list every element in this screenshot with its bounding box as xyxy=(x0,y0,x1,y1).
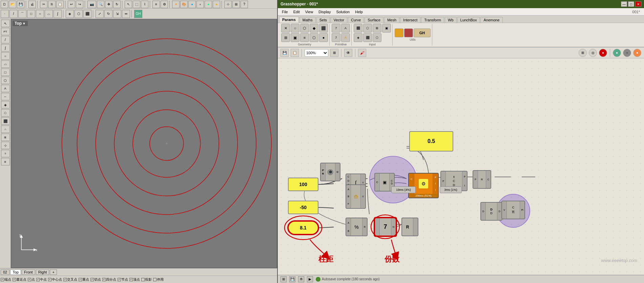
lv-array[interactable]: ⊞ xyxy=(1,134,10,141)
lv-layer[interactable]: ≡ xyxy=(1,158,10,165)
gh-zoom-select[interactable]: 100% 50% 75% 150% 200% xyxy=(305,49,328,57)
tab-right[interactable]: Right xyxy=(36,269,49,275)
tab-add[interactable]: + xyxy=(50,269,57,275)
lv-text[interactable]: A xyxy=(1,85,10,92)
lv-boolean[interactable]: ∩ xyxy=(1,125,10,133)
gh-status-icon4[interactable]: ▶ xyxy=(307,276,313,282)
snap-btn[interactable]: ⊹ xyxy=(224,1,232,8)
status-osnap-quad[interactable]: 四分点 xyxy=(102,277,116,282)
lv-select[interactable]: ↖ xyxy=(1,20,10,27)
gh-preview-btn[interactable]: 👁 xyxy=(344,49,352,57)
gh-minimize-btn[interactable]: — xyxy=(621,1,627,7)
curve-btn[interactable]: ∫ xyxy=(54,10,62,18)
gh-tab-curve[interactable]: Curve xyxy=(348,17,364,23)
status-osnap-point[interactable]: 点 xyxy=(28,277,35,282)
ribbon-geo-btn2[interactable]: ○ xyxy=(291,24,299,33)
render5-btn[interactable]: ● xyxy=(213,1,220,8)
ribbon-input-btn1[interactable]: ⬛ xyxy=(354,24,362,33)
gh-menu-help[interactable]: Help xyxy=(352,9,366,15)
gh-tab-intersect[interactable]: Intersect xyxy=(400,17,420,23)
gh-right-icon4[interactable]: ● xyxy=(613,49,621,57)
light-btn[interactable]: ☀ xyxy=(172,1,180,8)
circle-btn[interactable]: ○ xyxy=(36,10,44,18)
gh-menu-file[interactable]: File xyxy=(279,9,291,15)
ribbon-util-btn3[interactable]: GH xyxy=(414,28,431,37)
gh-fit-btn[interactable]: ⊞ xyxy=(330,49,338,57)
status-osnap-tan[interactable]: 切点 xyxy=(90,277,101,282)
gh-status-icon1[interactable]: ⊞ xyxy=(281,276,287,282)
node-ab[interactable]: AB % R xyxy=(346,218,368,236)
gh-canvas-save-btn[interactable]: 💾 xyxy=(281,49,289,57)
open-btn[interactable]: 📂 xyxy=(9,1,16,8)
gh-tab-surface[interactable]: Surface xyxy=(365,17,383,23)
node-far-right-prc[interactable]: P R C xyxy=(473,170,491,189)
render2-btn[interactable]: ● xyxy=(188,1,196,8)
gh-menu-view[interactable]: View xyxy=(303,9,316,15)
ribbon-geo-btn8[interactable]: ≡ xyxy=(300,33,309,42)
arc-btn[interactable]: ⌓ xyxy=(45,10,53,18)
gh-status-icon3[interactable]: ⟰ xyxy=(298,276,304,282)
ribbon-input-btn6[interactable]: ⬛ xyxy=(363,33,372,42)
ribbon-prim-btn3[interactable]: 7 xyxy=(332,33,340,42)
ribbon-geo-btn4[interactable]: ◆ xyxy=(310,24,318,33)
lv-arc2[interactable]: ⌓ xyxy=(1,60,10,68)
render-btn[interactable]: 🎨 xyxy=(180,1,188,8)
node-r-lower[interactable]: R xyxy=(401,218,418,236)
ribbon-geo-btn6[interactable]: ⊞ xyxy=(281,33,290,42)
ribbon-input-btn2[interactable]: ⬡ xyxy=(363,24,372,33)
copy-btn[interactable]: ⎘ xyxy=(48,1,56,8)
lv-dim[interactable]: ↔ xyxy=(1,93,10,100)
rotate-btn[interactable]: ↻ xyxy=(113,1,121,8)
gh-paint-btn[interactable]: 🖌 xyxy=(358,49,366,57)
surface-btn[interactable]: ◈ xyxy=(66,10,74,18)
gh-tab-lunchbox[interactable]: LunchBox xyxy=(457,17,480,23)
lv-snap[interactable]: ⊹ xyxy=(1,142,10,149)
ribbon-geo-btn3[interactable]: ⬡ xyxy=(300,24,309,33)
cut-btn[interactable]: ✂ xyxy=(40,1,47,8)
tab-02[interactable]: 02 xyxy=(1,269,9,275)
properties-btn[interactable]: ⚙ xyxy=(161,1,168,8)
status-osnap-int[interactable]: 交叉点 xyxy=(63,277,77,282)
node-value-neg50[interactable]: -50 xyxy=(288,201,318,214)
layer-btn[interactable]: ≡ xyxy=(152,1,160,8)
lv-surface2[interactable]: ◈ xyxy=(1,101,10,108)
point-btn[interactable]: · xyxy=(1,10,9,18)
status-osnap-disable[interactable]: 停用 xyxy=(153,277,164,282)
window-select-btn[interactable]: ⬚ xyxy=(133,1,140,8)
move-btn[interactable]: ⤢ xyxy=(96,10,104,18)
scale2-btn[interactable]: ⇲ xyxy=(113,10,121,18)
gh-tab-anemone[interactable]: Anemone xyxy=(480,17,502,23)
save-btn[interactable]: 💾 xyxy=(17,1,24,8)
camera-btn[interactable]: 📷 xyxy=(87,1,96,8)
lv-point[interactable]: PT xyxy=(1,28,10,35)
ribbon-input-btn3[interactable]: ⊞ xyxy=(373,24,381,33)
lv-circle2[interactable]: ○ xyxy=(1,52,10,60)
node-value-100[interactable]: 100 xyxy=(288,178,318,191)
gh-canvas-save2-btn[interactable]: 📋 xyxy=(291,49,299,57)
solid-btn[interactable]: ⬛ xyxy=(83,10,91,18)
help-btn[interactable]: ? xyxy=(241,1,248,8)
pan-btn[interactable]: ✥ xyxy=(105,1,112,8)
print-btn[interactable]: 🖨 xyxy=(28,1,36,8)
lv-polygon[interactable]: ⬡ xyxy=(1,77,10,84)
render4-btn[interactable]: ● xyxy=(205,1,212,8)
gh-tab-sets[interactable]: Sets xyxy=(316,17,330,23)
status-osnap-vertex[interactable]: 顶点 xyxy=(129,277,140,282)
node-timing-left[interactable]: 19ms (4%) xyxy=(391,186,416,193)
status-osnap-endpoint[interactable]: 端点 xyxy=(1,277,11,282)
gh-right-icon1[interactable]: ⊞ xyxy=(579,49,587,57)
node-value-05[interactable]: 0.5 xyxy=(409,131,453,151)
gh-close-btn[interactable]: ✕ xyxy=(635,1,641,7)
status-osnap-project[interactable]: 投影 xyxy=(141,277,152,282)
tab-front[interactable]: Front xyxy=(22,269,35,275)
redo-btn[interactable]: ↪ xyxy=(76,1,83,8)
node-ddd[interactable]: D D D D xyxy=(480,202,502,221)
node-value-81[interactable]: 8.1 xyxy=(288,221,318,235)
tab-top[interactable]: Top xyxy=(10,269,21,275)
ribbon-geo-btn7[interactable]: ▣ xyxy=(291,33,299,42)
gh-maximize-btn[interactable]: □ xyxy=(628,1,634,7)
node-abf[interactable]: ABF ⟰ T xyxy=(346,184,366,209)
line-btn[interactable]: / xyxy=(9,10,18,18)
lv-curve2[interactable]: ∫ xyxy=(1,44,10,52)
paste-btn[interactable]: 📋 xyxy=(56,1,64,8)
